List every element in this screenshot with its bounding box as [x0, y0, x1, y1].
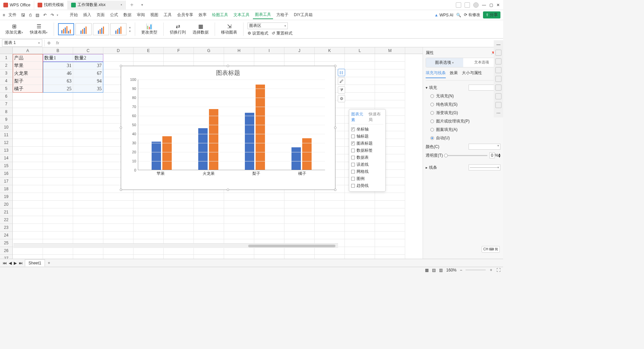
checkbox-icon[interactable]: [351, 170, 355, 173]
cell[interactable]: [13, 162, 43, 170]
radio-icon[interactable]: [430, 111, 434, 115]
bar[interactable]: [209, 109, 218, 170]
cell[interactable]: [13, 100, 43, 108]
radio-icon[interactable]: [430, 119, 434, 123]
row-header[interactable]: 20: [0, 201, 13, 208]
bar[interactable]: [152, 142, 161, 170]
fill-option[interactable]: 自动(U): [426, 134, 500, 142]
ime-indicator[interactable]: CH ⌨ 简: [482, 246, 500, 253]
zoom-label[interactable]: 160%: [446, 268, 457, 272]
cell[interactable]: [164, 247, 194, 255]
style-thumb-4[interactable]: [110, 23, 126, 35]
cell[interactable]: [194, 201, 224, 208]
cell[interactable]: [73, 123, 103, 131]
tool-style[interactable]: [495, 67, 501, 73]
cell[interactable]: [194, 193, 224, 201]
cell[interactable]: [284, 216, 315, 224]
col-J[interactable]: J: [284, 47, 315, 54]
cell[interactable]: [164, 208, 194, 216]
cell[interactable]: [254, 247, 284, 255]
opacity-slider[interactable]: [445, 155, 487, 156]
cell[interactable]: [254, 232, 284, 239]
menu-diy[interactable]: DIY工具箱: [292, 11, 315, 19]
row-header[interactable]: 12: [0, 139, 13, 147]
fill-section-header[interactable]: ▾ 填充▾: [426, 83, 500, 92]
cell[interactable]: [224, 208, 254, 216]
cell[interactable]: [43, 154, 73, 162]
cell[interactable]: [103, 216, 133, 224]
share-button[interactable]: ⇪ 分享: [483, 11, 500, 18]
cell[interactable]: [43, 201, 73, 208]
cell[interactable]: [73, 193, 103, 201]
zoom-fx-icon[interactable]: ⊕: [45, 41, 53, 45]
style-thumb-2[interactable]: [75, 23, 92, 35]
cell[interactable]: [43, 123, 73, 131]
tool-select[interactable]: [495, 50, 501, 56]
menu-view[interactable]: 视图: [148, 11, 160, 19]
cell[interactable]: [73, 116, 103, 123]
row-header[interactable]: 6: [0, 93, 13, 100]
chart-object[interactable]: 图表标题 0102030405060708090100 苹果火龙果梨子橘子 ⫿⫿…: [121, 66, 335, 190]
cell[interactable]: [43, 108, 73, 116]
row-header[interactable]: 15: [0, 162, 13, 170]
cell[interactable]: 数量1: [43, 54, 73, 62]
sheet-tab-1[interactable]: Sheet1: [25, 259, 45, 266]
cell[interactable]: [345, 62, 375, 69]
cell[interactable]: [315, 224, 345, 232]
cell[interactable]: [345, 69, 375, 77]
cell[interactable]: [345, 208, 375, 216]
cell[interactable]: [254, 193, 284, 201]
menu-member[interactable]: 会员专享: [175, 11, 195, 19]
cell[interactable]: 94: [73, 77, 103, 85]
menu-insert[interactable]: 插入: [81, 11, 93, 19]
cell[interactable]: [194, 216, 224, 224]
cell[interactable]: 橘子: [13, 85, 43, 93]
col-C[interactable]: C: [73, 47, 103, 54]
reset-style-button[interactable]: ↺ 重置样式: [272, 31, 292, 36]
cell[interactable]: 37: [73, 62, 103, 69]
cell[interactable]: [133, 208, 164, 216]
row-header[interactable]: 16: [0, 170, 13, 178]
cell[interactable]: [284, 232, 315, 239]
print-icon[interactable]: ⎙: [28, 13, 33, 17]
row-header[interactable]: 8: [0, 108, 13, 116]
cell[interactable]: [345, 77, 375, 85]
col-G[interactable]: G: [194, 47, 224, 54]
cell[interactable]: [375, 224, 405, 232]
tool-help[interactable]: [495, 102, 501, 108]
cell[interactable]: 梨子: [13, 77, 43, 85]
wpsai-button[interactable]: ▲ WPS AI: [434, 13, 453, 17]
row-header[interactable]: 19: [0, 193, 13, 201]
cell[interactable]: [73, 139, 103, 147]
cell[interactable]: [345, 193, 375, 201]
chart-element-item[interactable]: 坐标轴: [351, 126, 383, 133]
row-header[interactable]: 18: [0, 185, 13, 193]
chart-element-item[interactable]: 误差线: [351, 161, 383, 168]
col-I[interactable]: I: [254, 47, 284, 54]
cell[interactable]: [43, 147, 73, 154]
close-icon[interactable]: ✕: [496, 3, 500, 7]
cell[interactable]: [345, 201, 375, 208]
row-header[interactable]: 14: [0, 154, 13, 162]
quick-layout-button[interactable]: ☰快速布局▾: [28, 21, 50, 37]
fullscreen-icon[interactable]: ⛶: [496, 268, 500, 272]
style-down[interactable]: ▾: [129, 30, 131, 33]
sheet-last[interactable]: ⏭: [19, 261, 23, 265]
col-A[interactable]: A: [13, 47, 43, 54]
checkbox-icon[interactable]: [351, 149, 355, 152]
cell[interactable]: [73, 162, 103, 170]
cell[interactable]: [103, 224, 133, 232]
checkbox-icon[interactable]: [351, 135, 355, 138]
subtab-size[interactable]: 大小与属性: [462, 70, 482, 78]
row-header[interactable]: 22: [0, 216, 13, 224]
undo-icon[interactable]: ↶: [42, 13, 48, 17]
cell[interactable]: [194, 232, 224, 239]
cell[interactable]: 46: [43, 69, 73, 77]
row-header[interactable]: 7: [0, 100, 13, 108]
style-up[interactable]: ▴: [129, 26, 131, 29]
tab-menu[interactable]: ▾: [138, 3, 147, 7]
cell[interactable]: [375, 100, 405, 108]
cell[interactable]: [13, 216, 43, 224]
cell[interactable]: [73, 93, 103, 100]
menu-review[interactable]: 审阅: [135, 11, 147, 19]
